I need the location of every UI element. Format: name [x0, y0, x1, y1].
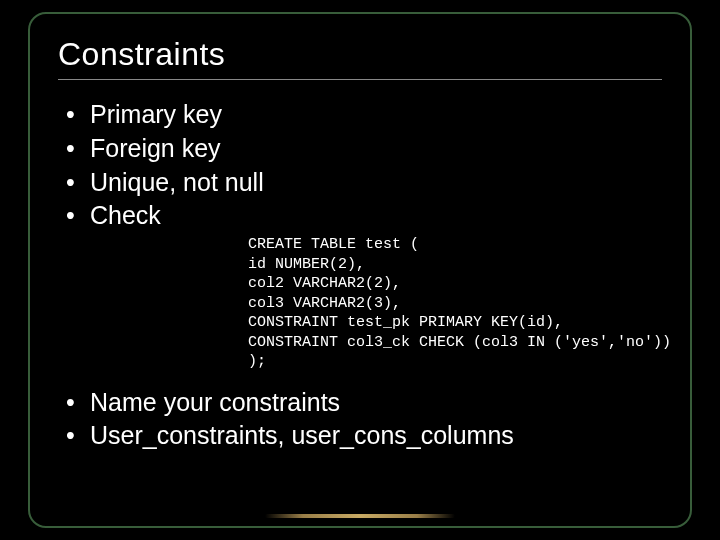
list-item: Primary key [66, 98, 662, 132]
bullet-text: Name your constraints [90, 388, 340, 416]
code-line: col3 VARCHAR2(3), [248, 295, 401, 312]
bullet-text: Check [90, 201, 161, 229]
bullet-text: Unique, not null [90, 168, 264, 196]
title-underline [58, 79, 662, 80]
list-item: Name your constraints [66, 386, 662, 420]
code-line: CONSTRAINT test_pk PRIMARY KEY(id), [248, 314, 563, 331]
bullet-text: User_constraints, user_cons_columns [90, 421, 514, 449]
bottom-accent-bar [265, 514, 455, 518]
bullet-text: Foreign key [90, 134, 221, 162]
bullet-text: Primary key [90, 100, 222, 128]
list-item: Foreign key [66, 132, 662, 166]
list-item: User_constraints, user_cons_columns [66, 419, 662, 453]
slide-title: Constraints [58, 36, 662, 73]
code-line: col2 VARCHAR2(2), [248, 275, 401, 292]
list-item: Check [66, 199, 662, 233]
bullet-list-top: Primary key Foreign key Unique, not null… [66, 98, 662, 233]
slide-frame: Constraints Primary key Foreign key Uniq… [28, 12, 692, 528]
code-line: id NUMBER(2), [248, 256, 365, 273]
bullet-list-bottom: Name your constraints User_constraints, … [66, 386, 662, 454]
code-block: CREATE TABLE test ( id NUMBER(2), col2 V… [248, 235, 662, 372]
code-line: CONSTRAINT col3_ck CHECK (col3 IN ('yes'… [248, 334, 671, 351]
code-line: CREATE TABLE test ( [248, 236, 419, 253]
list-item: Unique, not null [66, 166, 662, 200]
code-line: ); [248, 353, 266, 370]
